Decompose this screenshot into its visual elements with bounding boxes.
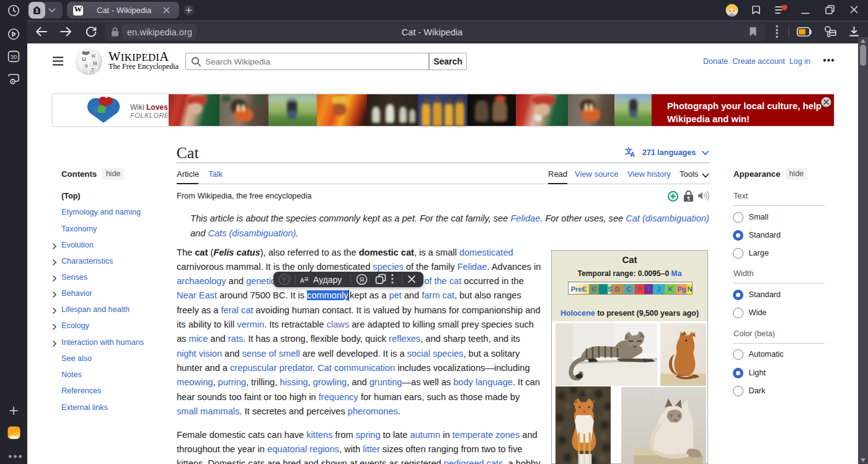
svg-text:30: 30 <box>11 53 17 60</box>
svg-text:1: 1 <box>35 7 38 14</box>
svg-text:й: й <box>85 63 88 69</box>
svg-text:A: A <box>300 277 304 284</box>
svg-text:W: W <box>91 53 96 59</box>
svg-text:Я: Я <box>360 276 365 283</box>
svg-text:7: 7 <box>91 67 94 73</box>
svg-text:Ω: Ω <box>82 56 86 62</box>
svg-text:A: A <box>631 151 636 158</box>
svg-text:H: H <box>93 60 97 66</box>
svg-text:ә: ә <box>304 275 308 282</box>
